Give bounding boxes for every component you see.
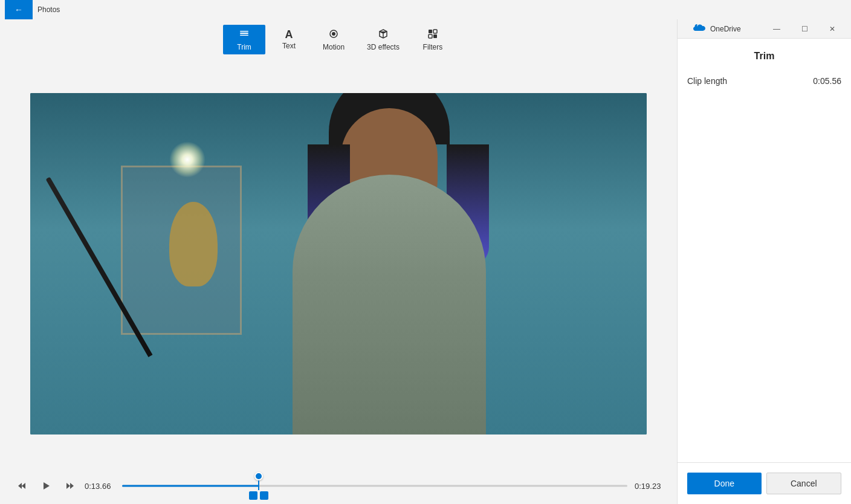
maximize-icon: ☐ (801, 25, 808, 33)
svg-rect-2 (240, 34, 248, 36)
video-container (0, 59, 677, 468)
video-frame (30, 93, 647, 435)
end-time: 0:19.23 (635, 482, 665, 491)
light-glow (169, 141, 205, 178)
panel-actions: Done Cancel (678, 462, 851, 504)
person-area (262, 138, 516, 435)
panel-content: Trim Clip length 0:05.56 (678, 39, 851, 462)
play-icon (41, 481, 51, 491)
toolbar: Trim A Text Motion (0, 19, 677, 59)
tab-motion[interactable]: Motion (312, 25, 355, 54)
3d-effects-label: 3D effects (367, 44, 400, 51)
clip-length-label: Clip length (687, 76, 727, 86)
panel-title: Trim (687, 51, 841, 62)
controls-bar: 0:13.66 0:19.23 (0, 468, 677, 504)
text-icon: A (285, 29, 293, 40)
trim-label: Trim (237, 44, 251, 51)
trim-icon (239, 28, 250, 41)
svg-rect-7 (429, 34, 432, 38)
3d-effects-icon (378, 28, 389, 41)
trim-handle[interactable] (249, 472, 268, 500)
bg-artwork (169, 202, 218, 286)
fast-forward-icon (65, 481, 75, 491)
onedrive-cloud-icon (692, 23, 705, 33)
svg-rect-5 (429, 30, 432, 33)
tab-text[interactable]: A Text (268, 25, 310, 53)
play-button[interactable] (36, 476, 56, 496)
svg-point-3 (332, 32, 335, 36)
trim-circle (254, 472, 263, 480)
panel-titlebar: OneDrive — ☐ ✕ (678, 19, 851, 39)
filters-label: Filters (423, 44, 443, 51)
close-button[interactable]: ✕ (818, 19, 846, 39)
main-content: Trim A Text Motion (0, 19, 851, 504)
fast-forward-button[interactable] (60, 476, 80, 496)
trim-bracket-left (249, 491, 257, 500)
timeline[interactable] (122, 476, 627, 496)
maximize-button[interactable]: ☐ (791, 19, 818, 39)
titlebar: ← Photos (0, 0, 851, 19)
trim-brackets (249, 491, 268, 500)
filters-icon (427, 28, 438, 41)
done-button[interactable]: Done (687, 473, 762, 494)
rewind-button[interactable] (12, 476, 31, 496)
rewind-icon (17, 481, 27, 491)
person-body (293, 175, 486, 435)
tab-trim[interactable]: Trim (223, 25, 265, 54)
close-icon: ✕ (829, 25, 835, 33)
minimize-icon: — (773, 25, 780, 33)
onedrive-label: OneDrive (710, 25, 741, 33)
svg-rect-1 (240, 31, 248, 32)
tab-filters[interactable]: Filters (412, 25, 454, 54)
text-label: Text (282, 42, 296, 50)
motion-icon (328, 28, 339, 41)
svg-rect-0 (240, 33, 248, 34)
minimize-button[interactable]: — (763, 19, 791, 39)
right-panel: OneDrive — ☐ ✕ Trim Clip length 0:05.56 … (677, 19, 851, 504)
trim-stem (258, 480, 259, 490)
cancel-button[interactable]: Cancel (766, 473, 842, 494)
svg-rect-6 (433, 30, 437, 33)
back-button[interactable]: ← (5, 0, 33, 19)
clip-length-value: 0:05.56 (813, 76, 841, 86)
onedrive-icon (692, 23, 705, 35)
current-time: 0:13.66 (85, 482, 115, 491)
clip-length-row: Clip length 0:05.56 (687, 74, 841, 88)
svg-rect-8 (433, 34, 437, 38)
editor-area: Trim A Text Motion (0, 19, 677, 504)
app-title: Photos (37, 5, 60, 14)
tab-3d-effects[interactable]: 3D effects (357, 25, 409, 54)
video-scene (30, 93, 647, 435)
trim-bracket-right (260, 491, 268, 500)
back-icon: ← (15, 5, 23, 15)
timeline-progress (122, 485, 259, 487)
motion-label: Motion (323, 44, 345, 51)
